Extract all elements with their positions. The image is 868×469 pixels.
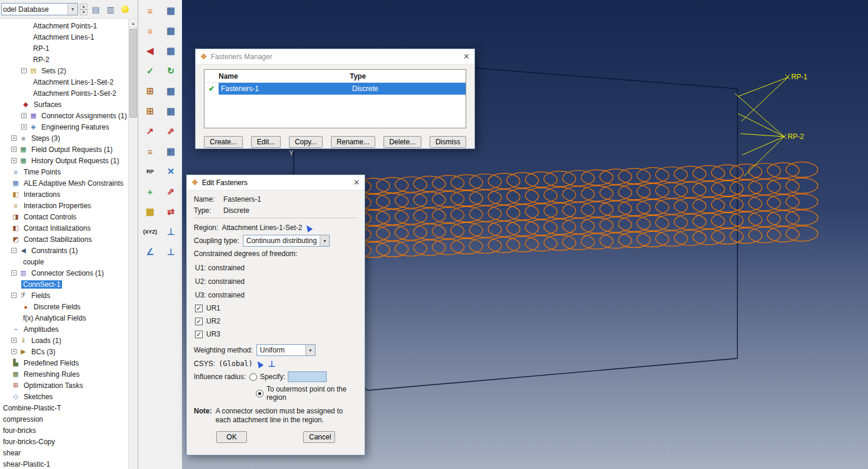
close-icon[interactable]: ✕ xyxy=(353,178,360,187)
tree-item-couple[interactable]: couple xyxy=(0,256,129,267)
csys-triad-icon[interactable]: ⊥ xyxy=(162,225,180,239)
attachment-points-tool-icon[interactable]: ◀ xyxy=(141,44,159,58)
tree-item-attachment-lines-1-set-2[interactable]: Attachment Lines-1-Set-2 xyxy=(0,76,129,88)
expand-icon[interactable]: + xyxy=(11,349,17,354)
tree-item-constraints-1[interactable]: −◀Constraints (1) xyxy=(0,245,129,256)
tree-item-optimization-tasks[interactable]: ⊞Optimization Tasks xyxy=(0,380,129,391)
tree-item-four-bricks-copy[interactable]: four-bricks-Copy xyxy=(0,436,129,447)
collapse-icon[interactable]: − xyxy=(21,68,27,73)
tree-item-predefined-fields[interactable]: ▙Predefined Fields xyxy=(0,357,129,368)
tree-scrollbar[interactable]: ▲ xyxy=(128,19,138,469)
tree-item-history-output-requests-1[interactable]: +▦History Output Requests (1) xyxy=(0,155,129,166)
tree-item-connector-sections-1[interactable]: −▥Connector Sections (1) xyxy=(0,267,129,279)
tree-item-contact-initializations[interactable]: ◧Contact Initializations xyxy=(0,222,129,234)
region-picker-cursor-icon[interactable] xyxy=(304,224,313,232)
table-row[interactable]: ✔ Fasteners-1 Discrete xyxy=(204,83,466,95)
tree-item-attachment-points-1-set-2[interactable]: Attachment Points-1-Set-2 xyxy=(0,88,129,99)
fastener-manager-icon[interactable]: ▦ xyxy=(162,24,180,38)
tree-item-interaction-properties[interactable]: ≡Interaction Properties xyxy=(0,200,129,211)
chevron-down-icon[interactable]: ▾ xyxy=(320,235,329,246)
tree-item-f-x-analytical-fields[interactable]: f(x) Analytical Fields xyxy=(0,312,129,324)
exchange-arrows-icon[interactable]: ⇄ xyxy=(162,205,180,219)
tree-item-discrete-fields[interactable]: ●Discrete Fields xyxy=(0,301,129,312)
tree-item-steps-3[interactable]: +≡Steps (3) xyxy=(0,132,129,144)
ur2-checkbox[interactable] xyxy=(195,318,203,325)
fasteners-manager-titlebar[interactable]: ❖ Fasteners Manager ✕ xyxy=(196,49,474,64)
tree-item-surfaces[interactable]: ◆Surfaces xyxy=(0,99,129,110)
tree-item-remeshing-rules[interactable]: ▦Remeshing Rules xyxy=(0,368,129,380)
add-plus-icon[interactable]: + xyxy=(141,185,159,199)
tree-item-amplitudes[interactable]: ~Amplitudes xyxy=(0,324,129,335)
edit-button[interactable]: Edit... xyxy=(251,136,281,148)
ur3-checkbox[interactable] xyxy=(195,331,203,338)
tree-item-field-output-requests-1[interactable]: +▦Field Output Requests (1) xyxy=(0,144,129,155)
scroll-up-icon[interactable]: ▲ xyxy=(129,19,138,28)
ur1-checkbox[interactable] xyxy=(195,305,203,312)
tree-item-four-bricks[interactable]: four-bricks xyxy=(0,425,129,436)
xyz-field-icon[interactable]: (XYZ) xyxy=(141,225,159,239)
tree-item-sets-2[interactable]: −▤Sets (2) xyxy=(0,65,129,76)
wire-manager-icon[interactable]: ▦ xyxy=(162,4,180,18)
tree-item-bcs-3[interactable]: +▶BCs (3) xyxy=(0,346,129,357)
tree-item-shear-plastic-1[interactable]: shear-Plastic-1 xyxy=(0,458,129,469)
collapse-icon[interactable]: − xyxy=(11,270,17,276)
rotated-triad-icon[interactable]: ∠ xyxy=(141,245,159,259)
tree-item-engineering-features[interactable]: +◈Engineering Features xyxy=(0,121,129,132)
tree-item-shear[interactable]: shear xyxy=(0,447,129,458)
special-inertia-icon[interactable]: ⊞ xyxy=(141,104,159,118)
tree-item-compression[interactable]: compression xyxy=(0,413,129,425)
rename-button[interactable]: Rename... xyxy=(331,136,375,148)
tree-spinner[interactable]: ▲ ▼ xyxy=(80,4,87,15)
tree-item-attachment-points-1[interactable]: Attachment Points-1 xyxy=(0,20,129,31)
tree-item-loads-1[interactable]: +⇓Loads (1) xyxy=(0,335,129,346)
tree-options-icon[interactable]: ▤ xyxy=(89,3,102,16)
delete-button[interactable]: Delete... xyxy=(383,136,422,148)
chevron-down-icon[interactable]: ▾ xyxy=(67,4,77,15)
lightbulb-icon[interactable] xyxy=(121,5,129,13)
connector-points-icon[interactable]: ⇗ xyxy=(162,124,180,138)
tree-item-ale-adaptive-mesh-constraints[interactable]: ▦ALE Adaptive Mesh Constraints xyxy=(0,177,129,189)
edit-feature-check-icon[interactable]: ✓ xyxy=(141,64,159,78)
create-button[interactable]: Create... xyxy=(204,136,243,148)
influence-radius-input[interactable] xyxy=(288,371,327,382)
tree-item-connsect-1[interactable]: ConnSect-1 xyxy=(0,279,129,290)
attachment-manager-icon[interactable]: ▦ xyxy=(162,44,180,58)
expand-icon[interactable]: + xyxy=(11,135,17,141)
inertia-manager-icon[interactable]: ▦ xyxy=(162,104,180,118)
copy-button[interactable]: Copy... xyxy=(289,136,323,148)
query-arrow-icon[interactable]: ⇗ xyxy=(162,185,180,199)
create-spring-dashpot-icon[interactable]: ⊞ xyxy=(141,84,159,98)
connector-line-icon[interactable]: ↗ xyxy=(141,124,159,138)
tree-item-fields[interactable]: −ℱFields xyxy=(0,290,129,301)
regenerate-icon[interactable]: ↻ xyxy=(162,64,180,78)
tree-item-combine-plastic-t[interactable]: Combine-Plastic-T xyxy=(0,402,129,413)
collapse-icon[interactable]: − xyxy=(11,248,17,253)
tree-item-sketches[interactable]: ◇Sketches xyxy=(0,391,129,402)
create-fastener-icon[interactable]: ≡ xyxy=(141,24,159,38)
chevron-down-icon[interactable]: ▾ xyxy=(305,345,315,355)
expand-icon[interactable]: + xyxy=(11,147,17,152)
amplitude-table-icon[interactable]: ▦ xyxy=(141,205,159,219)
scrollbar-thumb[interactable] xyxy=(129,29,137,118)
spin-up-icon[interactable]: ▲ xyxy=(80,4,87,9)
cancel-button[interactable]: Cancel xyxy=(303,431,335,443)
create-wire-feature-icon[interactable]: ≡ xyxy=(141,4,159,18)
expand-icon[interactable]: + xyxy=(21,124,27,130)
tree-item-interactions[interactable]: ◧Interactions xyxy=(0,189,129,200)
dismiss-button[interactable]: Dismiss xyxy=(430,136,466,148)
csys-picker-cursor-icon[interactable] xyxy=(255,360,264,368)
x-marker-icon[interactable]: ✕ xyxy=(162,164,180,179)
crack-manager-icon[interactable]: ▦ xyxy=(162,144,180,159)
close-icon[interactable]: ✕ xyxy=(463,52,470,61)
collapse-icon[interactable]: − xyxy=(11,293,17,298)
coupling-type-select[interactable]: Continuum distributing ▾ xyxy=(243,235,330,247)
tree-item-attachment-lines-1[interactable]: Attachment Lines-1 xyxy=(0,31,129,43)
tree-item-connector-assignments-1[interactable]: +▦Connector Assignments (1) xyxy=(0,110,129,121)
model-database-combobox[interactable]: odel Database ▾ xyxy=(1,3,78,15)
tree-item-contact-controls[interactable]: ◨Contact Controls xyxy=(0,211,129,222)
weighting-method-select[interactable]: Uniform ▾ xyxy=(256,344,316,356)
ok-button[interactable]: OK xyxy=(216,431,247,443)
crack-tool-icon[interactable]: ≡ xyxy=(141,144,159,159)
tree-item-rp-2[interactable]: RP-2 xyxy=(0,54,129,65)
tree-item-time-points[interactable]: ≡Time Points xyxy=(0,166,129,177)
